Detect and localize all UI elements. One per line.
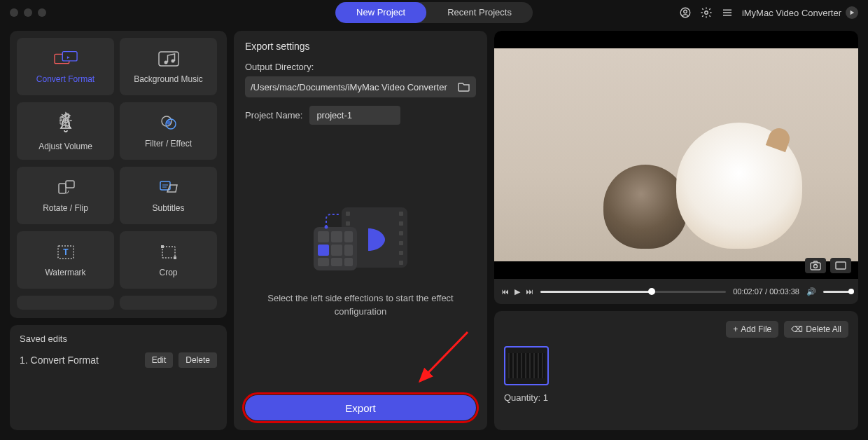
svg-rect-27 (399, 212, 403, 216)
svg-rect-46 (836, 262, 846, 269)
fullscreen-button[interactable] (830, 258, 851, 273)
settings-icon[interactable] (700, 6, 713, 19)
crop-icon (157, 242, 181, 262)
output-dir-label: Output Directory: (245, 62, 476, 72)
menu-icon[interactable] (721, 6, 734, 19)
svg-text:T: T (63, 247, 69, 257)
svg-rect-4 (62, 52, 77, 61)
effect-subtitles[interactable]: Subtitles (120, 167, 217, 224)
tab-recent-projects[interactable]: Recent Projects (426, 2, 533, 23)
effect-filter[interactable]: Filter / Effect (120, 102, 217, 160)
volume-icon[interactable]: 🔊 (806, 287, 816, 296)
playback-bar: ⏮ ▶ ⏭ 00:02:07 / 00:03:38 🔊 (494, 279, 858, 304)
svg-rect-31 (399, 251, 403, 255)
close-icon[interactable] (10, 8, 18, 17)
delete-all-button[interactable]: ⌫Delete All (784, 321, 848, 338)
svg-rect-40 (318, 258, 329, 266)
svg-point-2 (705, 11, 708, 15)
export-hint: Select the left side effections to start… (245, 291, 476, 319)
prev-button[interactable]: ⏮ (501, 287, 509, 296)
saved-edits-panel: Saved edits 1. Convert Format Edit Delet… (10, 325, 227, 430)
svg-rect-37 (318, 245, 329, 256)
svg-rect-38 (331, 245, 342, 256)
svg-rect-42 (344, 258, 353, 266)
export-button[interactable]: Export (245, 395, 476, 420)
effect-more-2[interactable] (120, 296, 217, 310)
effect-watermark[interactable]: T Watermark (17, 231, 114, 289)
preview-panel: ⏮ ▶ ⏭ 00:02:07 / 00:03:38 🔊 (494, 31, 858, 304)
effect-more-1[interactable] (17, 296, 114, 310)
timeline-slider[interactable] (540, 291, 726, 293)
effects-panel: Convert Format Background Music Adjust V… (10, 31, 227, 318)
svg-rect-5 (159, 52, 178, 66)
project-tabs: New Project Recent Projects (335, 2, 533, 23)
export-illustration: Select the left side effections to start… (245, 125, 476, 395)
saved-edit-label: 1. Convert Format (20, 355, 139, 366)
time-display: 00:02:07 / 00:03:38 (733, 287, 799, 296)
svg-rect-12 (59, 184, 66, 193)
svg-rect-36 (344, 231, 353, 242)
snapshot-button[interactable] (805, 258, 826, 273)
effect-crop[interactable]: Crop (120, 231, 217, 289)
tab-new-project[interactable]: New Project (335, 2, 426, 23)
video-preview[interactable] (494, 31, 858, 279)
svg-rect-41 (331, 258, 342, 266)
svg-rect-32 (399, 261, 403, 265)
svg-rect-35 (331, 231, 342, 242)
minimize-icon[interactable] (24, 8, 32, 17)
svg-rect-19 (174, 256, 176, 259)
output-dir-field[interactable]: /Users/mac/Documents/iMyMac Video Conver… (245, 76, 476, 97)
watermark-icon: T (54, 242, 78, 262)
window-controls (10, 8, 46, 17)
svg-rect-28 (399, 221, 403, 226)
account-icon[interactable] (679, 6, 692, 19)
file-thumbnail[interactable] (504, 346, 549, 385)
convert-icon (54, 49, 78, 69)
svg-rect-39 (344, 245, 353, 256)
volume-icon (54, 111, 78, 130)
files-panel: +Add File ⌫Delete All Quantity: 1 (494, 311, 858, 430)
project-name-label: Project Name: (245, 110, 302, 121)
svg-point-43 (325, 225, 328, 228)
svg-rect-18 (161, 245, 164, 248)
delete-button[interactable]: Delete (178, 352, 217, 368)
volume-slider[interactable] (823, 291, 851, 293)
saved-edits-title: Saved edits (20, 334, 217, 344)
svg-rect-29 (399, 231, 403, 235)
svg-rect-13 (66, 181, 74, 188)
effect-rotate-flip[interactable]: Rotate / Flip (17, 167, 114, 224)
effect-convert-format[interactable]: Convert Format (17, 38, 114, 95)
svg-rect-21 (346, 212, 350, 216)
next-button[interactable]: ⏭ (526, 287, 533, 296)
svg-rect-34 (318, 231, 329, 242)
export-settings-panel: Export settings Output Directory: /Users… (234, 31, 487, 430)
svg-point-45 (814, 265, 818, 268)
project-name-input[interactable] (309, 106, 400, 125)
saved-edit-row: 1. Convert Format Edit Delete (20, 352, 217, 368)
quantity-label: Quantity: 1 (504, 392, 848, 403)
svg-rect-17 (162, 247, 175, 258)
titlebar: New Project Recent Projects iMyMac Video… (0, 0, 868, 25)
svg-rect-44 (811, 263, 820, 270)
subtitles-icon (157, 178, 181, 198)
effect-adjust-volume[interactable]: Adjust Volume (17, 102, 114, 160)
export-heading: Export settings (245, 41, 476, 52)
svg-point-11 (167, 121, 171, 125)
play-badge-icon (846, 6, 858, 19)
music-icon (157, 49, 181, 69)
svg-point-8 (63, 118, 68, 123)
rotate-icon (54, 178, 78, 198)
folder-icon[interactable] (458, 81, 470, 92)
svg-rect-22 (346, 221, 350, 226)
zoom-icon[interactable] (38, 8, 46, 17)
play-button[interactable]: ▶ (514, 287, 520, 296)
svg-rect-30 (399, 241, 403, 245)
effect-background-music[interactable]: Background Music (120, 38, 217, 95)
filter-icon (157, 114, 181, 133)
app-title: iMyMac Video Converter (742, 6, 858, 19)
edit-button[interactable]: Edit (145, 352, 174, 368)
add-file-button[interactable]: +Add File (726, 321, 778, 338)
svg-point-1 (684, 10, 687, 13)
